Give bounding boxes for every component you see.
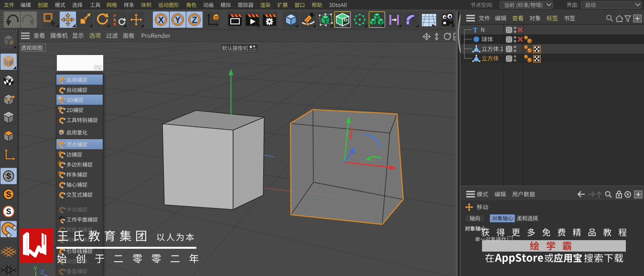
svg-text:2D: 2D	[58, 106, 62, 110]
svg-text:T: T	[473, 27, 478, 34]
svg-text:3D: 3D	[58, 96, 62, 99]
svg-text:Z: Z	[41, 269, 44, 276]
svg-text:Y: Y	[33, 265, 37, 272]
